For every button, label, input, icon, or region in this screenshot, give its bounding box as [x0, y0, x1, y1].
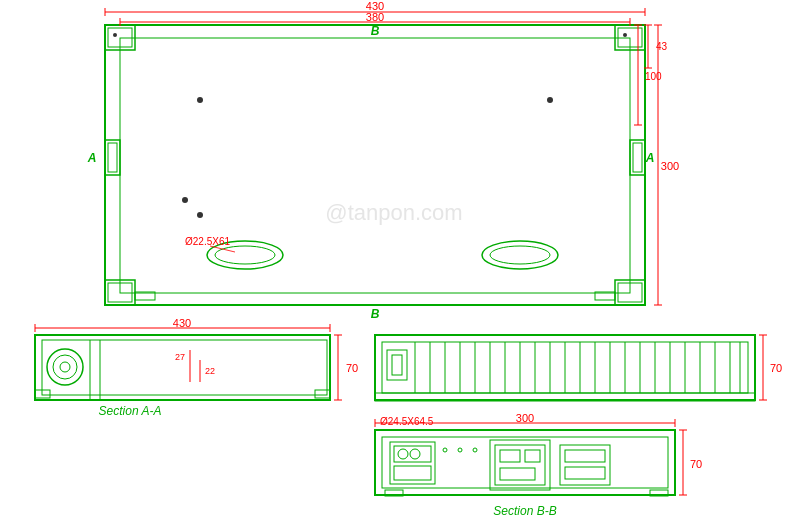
svg-point-89	[443, 448, 447, 452]
hole-label-top: Ø22.5X61	[185, 236, 230, 247]
dim-70-bb: 70	[690, 458, 702, 470]
svg-rect-11	[108, 143, 117, 172]
dim-380: 380	[366, 11, 384, 23]
watermark: @tanpon.com	[325, 200, 462, 225]
dim-300-bb: 300	[516, 412, 534, 424]
dim-100: 100	[645, 71, 662, 82]
svg-rect-81	[392, 355, 402, 375]
svg-point-41	[47, 349, 83, 385]
svg-rect-13	[633, 143, 642, 172]
svg-rect-98	[565, 450, 605, 462]
drawing-canvas: @tanpon.com	[0, 0, 789, 522]
label-b-bottom: B	[371, 307, 380, 321]
svg-point-87	[398, 449, 408, 459]
svg-point-91	[473, 448, 477, 452]
svg-rect-10	[105, 140, 120, 175]
svg-rect-95	[525, 450, 540, 462]
section-aa-label: Section A-A	[99, 404, 162, 418]
label-a-right: A	[645, 151, 655, 165]
svg-point-90	[458, 448, 462, 452]
svg-rect-92	[490, 440, 550, 490]
label-a-left: A	[87, 151, 97, 165]
svg-point-42	[53, 355, 77, 379]
dim-430-aa: 430	[173, 317, 191, 329]
svg-point-88	[410, 449, 420, 459]
svg-rect-85	[394, 446, 431, 462]
svg-point-17	[197, 212, 203, 218]
svg-point-5	[623, 33, 627, 37]
svg-point-14	[197, 97, 203, 103]
top-view-inner	[120, 38, 630, 293]
svg-rect-94	[500, 450, 520, 462]
svg-point-43	[60, 362, 70, 372]
label-b-top: B	[371, 24, 380, 38]
svg-point-15	[547, 97, 553, 103]
svg-rect-12	[630, 140, 645, 175]
dim-22: 22	[205, 366, 215, 376]
svg-rect-40	[42, 340, 327, 395]
section-aa-outline	[35, 335, 330, 400]
svg-rect-96	[500, 468, 535, 480]
dim-70-side: 70	[770, 362, 782, 374]
dim-43: 43	[656, 41, 668, 52]
svg-point-19	[215, 246, 275, 264]
svg-rect-45	[315, 390, 330, 398]
dim-300-right: 300	[661, 160, 679, 172]
dim-70-aa: 70	[346, 362, 358, 374]
svg-rect-99	[565, 467, 605, 479]
svg-point-2	[113, 33, 117, 37]
svg-rect-84	[390, 442, 435, 484]
svg-point-21	[490, 246, 550, 264]
section-bb-label: Section B-B	[493, 504, 556, 518]
hole-label-bb: Ø24.5X64.5	[380, 416, 434, 427]
dim-27: 27	[175, 352, 185, 362]
svg-point-16	[182, 197, 188, 203]
top-view-outline	[105, 25, 645, 305]
svg-rect-86	[394, 466, 431, 480]
svg-point-20	[482, 241, 558, 269]
